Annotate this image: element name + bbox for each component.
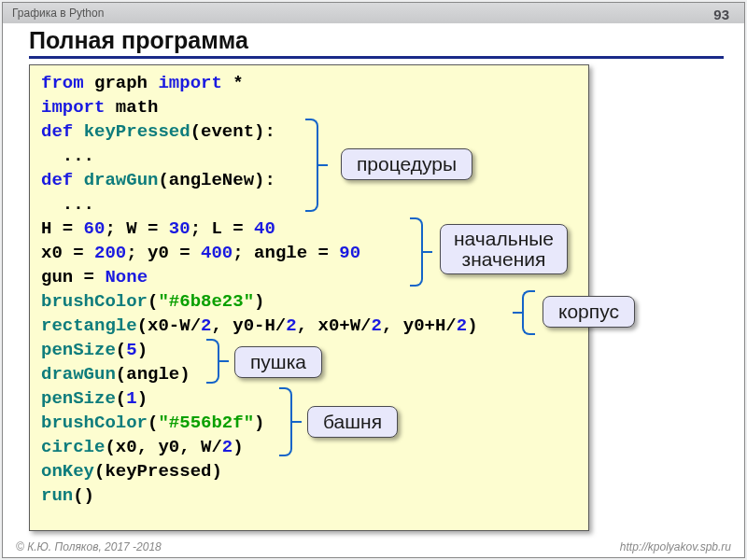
brace-tick — [318, 164, 328, 166]
brace-gun — [206, 339, 219, 384]
ellipsis: ... — [41, 194, 94, 215]
brace-tick — [513, 312, 522, 314]
brace-tick — [423, 251, 432, 253]
footer-url: http://kpolyakov.spb.ru — [620, 540, 731, 553]
fn-keypressed: keyPressed — [84, 121, 190, 142]
fn-drawgun: drawGun — [41, 364, 116, 385]
ellipsis: ... — [41, 146, 94, 166]
callout-body: корпус — [543, 296, 635, 328]
fn-run: run — [41, 485, 73, 506]
kw-def: def — [41, 170, 73, 190]
page-number: 93 — [713, 7, 729, 22]
topbar: Графика в Python — [3, 3, 744, 23]
fn-circle: circle — [41, 437, 105, 457]
copyright: © К.Ю. Поляков, 2017 -2018 — [16, 540, 162, 553]
fn-drawgun: drawGun — [84, 170, 159, 190]
fn-brushcolor: brushColor — [41, 291, 148, 312]
kw-from: from — [41, 73, 84, 93]
slide: Графика в Python 93 Полная программа fro… — [2, 2, 745, 558]
callout-tower: башня — [307, 406, 398, 438]
callout-gun: пушка — [234, 346, 322, 378]
brace-tick — [219, 360, 229, 362]
fn-pensize: penSize — [41, 388, 116, 409]
kw-none: None — [105, 267, 148, 287]
breadcrumb: Графика в Python — [12, 7, 104, 20]
kw-import: import — [158, 73, 221, 93]
brace-tick — [292, 421, 302, 423]
callout-initials: начальные значения — [440, 224, 568, 274]
callout-procedures: процедуры — [341, 148, 472, 180]
str-color2: "#556b2f" — [158, 413, 254, 433]
brace-tower — [279, 387, 292, 456]
fn-rectangle: rectangle — [41, 315, 137, 336]
brace-procedures — [305, 119, 318, 212]
brace-body — [522, 290, 535, 335]
fn-pensize: penSize — [41, 340, 116, 360]
fn-brushcolor: brushColor — [41, 413, 148, 433]
brace-initials — [410, 217, 423, 287]
page-title: Полная программа — [29, 27, 724, 59]
kw-import: import — [41, 97, 105, 118]
footer: © К.Ю. Поляков, 2017 -2018 http://kpolya… — [16, 540, 731, 553]
fn-onkey: onKey — [41, 461, 94, 482]
str-color1: "#6b8e23" — [158, 291, 254, 312]
kw-def: def — [41, 121, 73, 142]
